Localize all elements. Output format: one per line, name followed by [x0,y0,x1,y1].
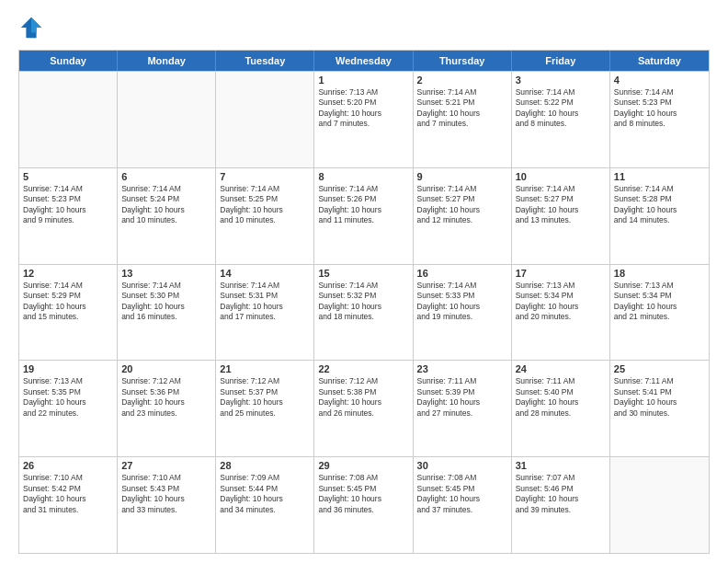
day-number: 18 [614,268,705,279]
svg-marker-1 [31,17,41,33]
page: SundayMondayTuesdayWednesdayThursdayFrid… [0,0,728,563]
day-number: 1 [318,75,408,86]
calendar-cell-day-18: 18Sunrise: 7:13 AM Sunset: 5:34 PM Dayli… [610,265,709,361]
calendar-cell-day-4: 4Sunrise: 7:14 AM Sunset: 5:23 PM Daylig… [610,72,709,167]
calendar-cell-day-22: 22Sunrise: 7:12 AM Sunset: 5:38 PM Dayli… [314,361,413,456]
calendar-header: SundayMondayTuesdayWednesdayThursdayFrid… [19,51,709,71]
calendar-cell-day-7: 7Sunrise: 7:14 AM Sunset: 5:25 PM Daylig… [216,168,314,264]
day-number: 6 [121,171,211,182]
calendar-cell-day-10: 10Sunrise: 7:14 AM Sunset: 5:27 PM Dayli… [512,168,610,264]
day-info: Sunrise: 7:14 AM Sunset: 5:28 PM Dayligh… [614,184,705,226]
day-number: 4 [614,75,705,86]
calendar-cell-day-14: 14Sunrise: 7:14 AM Sunset: 5:31 PM Dayli… [216,265,314,361]
calendar-cell-day-12: 12Sunrise: 7:14 AM Sunset: 5:29 PM Dayli… [19,265,118,361]
calendar-row-1: 1Sunrise: 7:13 AM Sunset: 5:20 PM Daylig… [19,71,709,167]
weekday-header-saturday: Saturday [610,51,709,71]
weekday-header-wednesday: Wednesday [314,51,413,71]
day-info: Sunrise: 7:11 AM Sunset: 5:41 PM Dayligh… [614,376,705,419]
calendar-cell-day-23: 23Sunrise: 7:11 AM Sunset: 5:39 PM Dayli… [414,361,512,456]
calendar-cell-day-13: 13Sunrise: 7:14 AM Sunset: 5:30 PM Dayli… [118,265,216,361]
day-number: 10 [516,171,606,182]
day-number: 20 [121,363,211,374]
calendar-cell-day-17: 17Sunrise: 7:13 AM Sunset: 5:34 PM Dayli… [512,265,610,361]
day-info: Sunrise: 7:14 AM Sunset: 5:33 PM Dayligh… [417,281,507,323]
calendar-cell-day-29: 29Sunrise: 7:08 AM Sunset: 5:45 PM Dayli… [314,457,413,553]
logo [18,15,48,40]
calendar-cell-day-30: 30Sunrise: 7:08 AM Sunset: 5:45 PM Dayli… [414,457,512,553]
calendar: SundayMondayTuesdayWednesdayThursdayFrid… [18,50,710,554]
day-info: Sunrise: 7:14 AM Sunset: 5:29 PM Dayligh… [23,281,113,323]
calendar-row-2: 5Sunrise: 7:14 AM Sunset: 5:23 PM Daylig… [19,167,709,264]
day-number: 3 [516,75,606,86]
calendar-row-4: 19Sunrise: 7:13 AM Sunset: 5:35 PM Dayli… [19,360,709,456]
calendar-cell-day-3: 3Sunrise: 7:14 AM Sunset: 5:22 PM Daylig… [512,72,610,167]
day-number: 27 [121,460,211,471]
day-number: 28 [220,460,310,471]
day-info: Sunrise: 7:13 AM Sunset: 5:34 PM Dayligh… [614,281,705,323]
day-info: Sunrise: 7:14 AM Sunset: 5:32 PM Dayligh… [318,281,408,323]
day-info: Sunrise: 7:13 AM Sunset: 5:35 PM Dayligh… [23,376,113,419]
calendar-cell-day-20: 20Sunrise: 7:12 AM Sunset: 5:36 PM Dayli… [118,361,216,456]
calendar-cell-day-28: 28Sunrise: 7:09 AM Sunset: 5:44 PM Dayli… [216,457,314,553]
day-number: 5 [23,171,113,182]
calendar-cell-day-1: 1Sunrise: 7:13 AM Sunset: 5:20 PM Daylig… [314,72,413,167]
calendar-cell-day-16: 16Sunrise: 7:14 AM Sunset: 5:33 PM Dayli… [414,265,512,361]
day-number: 17 [516,268,606,279]
day-info: Sunrise: 7:12 AM Sunset: 5:37 PM Dayligh… [220,376,310,419]
day-info: Sunrise: 7:08 AM Sunset: 5:45 PM Dayligh… [417,473,507,515]
calendar-cell-day-26: 26Sunrise: 7:10 AM Sunset: 5:42 PM Dayli… [19,457,118,553]
day-info: Sunrise: 7:14 AM Sunset: 5:31 PM Dayligh… [220,281,310,323]
day-info: Sunrise: 7:12 AM Sunset: 5:38 PM Dayligh… [318,376,408,419]
day-info: Sunrise: 7:14 AM Sunset: 5:27 PM Dayligh… [417,184,507,226]
logo-icon [18,15,44,40]
calendar-cell-day-9: 9Sunrise: 7:14 AM Sunset: 5:27 PM Daylig… [414,168,512,264]
day-number: 16 [417,268,507,279]
day-info: Sunrise: 7:13 AM Sunset: 5:20 PM Dayligh… [318,87,408,130]
day-info: Sunrise: 7:13 AM Sunset: 5:34 PM Dayligh… [516,281,606,323]
day-number: 24 [516,363,606,374]
day-info: Sunrise: 7:14 AM Sunset: 5:24 PM Dayligh… [121,184,211,226]
day-number: 21 [220,363,310,374]
day-info: Sunrise: 7:07 AM Sunset: 5:46 PM Dayligh… [516,473,606,515]
calendar-cell-day-27: 27Sunrise: 7:10 AM Sunset: 5:43 PM Dayli… [118,457,216,553]
day-info: Sunrise: 7:14 AM Sunset: 5:21 PM Dayligh… [417,87,507,130]
calendar-cell-empty [216,72,314,167]
day-info: Sunrise: 7:12 AM Sunset: 5:36 PM Dayligh… [121,376,211,419]
day-number: 26 [23,460,113,471]
calendar-cell-day-5: 5Sunrise: 7:14 AM Sunset: 5:23 PM Daylig… [19,168,118,264]
day-info: Sunrise: 7:08 AM Sunset: 5:45 PM Dayligh… [318,473,408,515]
day-number: 11 [614,171,705,182]
day-number: 7 [220,171,310,182]
weekday-header-monday: Monday [118,51,216,71]
day-info: Sunrise: 7:14 AM Sunset: 5:23 PM Dayligh… [23,184,113,226]
day-number: 14 [220,268,310,279]
day-number: 22 [318,363,408,374]
calendar-cell-day-2: 2Sunrise: 7:14 AM Sunset: 5:21 PM Daylig… [414,72,512,167]
day-info: Sunrise: 7:11 AM Sunset: 5:39 PM Dayligh… [417,376,507,419]
day-number: 15 [318,268,408,279]
day-info: Sunrise: 7:14 AM Sunset: 5:25 PM Dayligh… [220,184,310,226]
calendar-cell-empty [19,72,118,167]
calendar-cell-day-15: 15Sunrise: 7:14 AM Sunset: 5:32 PM Dayli… [314,265,413,361]
calendar-cell-day-8: 8Sunrise: 7:14 AM Sunset: 5:26 PM Daylig… [314,168,413,264]
header [18,15,710,40]
weekday-header-thursday: Thursday [414,51,512,71]
calendar-cell-day-24: 24Sunrise: 7:11 AM Sunset: 5:40 PM Dayli… [512,361,610,456]
calendar-row-3: 12Sunrise: 7:14 AM Sunset: 5:29 PM Dayli… [19,264,709,361]
calendar-cell-day-31: 31Sunrise: 7:07 AM Sunset: 5:46 PM Dayli… [512,457,610,553]
day-number: 12 [23,268,113,279]
day-info: Sunrise: 7:14 AM Sunset: 5:30 PM Dayligh… [121,281,211,323]
day-info: Sunrise: 7:14 AM Sunset: 5:22 PM Dayligh… [516,87,606,130]
calendar-row-5: 26Sunrise: 7:10 AM Sunset: 5:42 PM Dayli… [19,456,709,553]
calendar-cell-day-11: 11Sunrise: 7:14 AM Sunset: 5:28 PM Dayli… [610,168,709,264]
calendar-cell-empty [610,457,709,553]
day-number: 9 [417,171,507,182]
day-number: 29 [318,460,408,471]
day-number: 30 [417,460,507,471]
day-info: Sunrise: 7:14 AM Sunset: 5:26 PM Dayligh… [318,184,408,226]
day-info: Sunrise: 7:09 AM Sunset: 5:44 PM Dayligh… [220,473,310,515]
calendar-body: 1Sunrise: 7:13 AM Sunset: 5:20 PM Daylig… [19,71,709,553]
day-number: 25 [614,363,705,374]
day-info: Sunrise: 7:10 AM Sunset: 5:43 PM Dayligh… [121,473,211,515]
calendar-cell-day-6: 6Sunrise: 7:14 AM Sunset: 5:24 PM Daylig… [118,168,216,264]
